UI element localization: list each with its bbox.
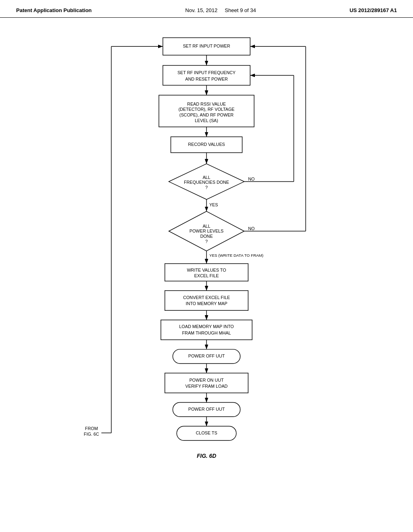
all-freq-label2: FREQUENCIES DONE: [184, 180, 229, 185]
all-power-label2: POWER LEVELS: [190, 229, 224, 233]
record-values-label: RECORD VALUES: [188, 142, 225, 147]
figure-label: FIG. 6D: [197, 453, 216, 459]
convert-excel-label2: INTO MEMORY MAP: [186, 301, 227, 306]
power-on-verify-label2: VERIFY FRAM LOAD: [186, 384, 228, 389]
power-on-verify-label1: POWER ON UUT: [189, 378, 224, 382]
all-power-label4: ?: [205, 239, 208, 244]
from-label: FROM: [85, 426, 98, 431]
convert-excel-box: [165, 291, 248, 310]
close-ts-label: CLOSE TS: [196, 430, 217, 435]
set-rf-power-label: SET RF INPUT POWER: [183, 44, 230, 48]
no-power-label: NO: [248, 226, 254, 231]
all-freq-label3: ?: [205, 185, 208, 190]
header-date: Nov. 15, 2012: [185, 7, 217, 13]
yes-freq-label: YES: [209, 202, 218, 207]
set-rf-freq-box: [163, 65, 250, 85]
convert-excel-label1: CONVERT EXCEL FILE: [183, 295, 230, 300]
load-memory-label2: FRAM THROUGH MHAL: [182, 330, 231, 335]
yes-power-label: YES (WRITE DATA TO FRAM): [209, 253, 263, 258]
write-excel-box: [165, 264, 248, 281]
diagram-container: FROM FIG. 6C SET RF INPUT POWER SET RF I…: [0, 18, 413, 526]
header-publication: Patent Application Publication: [16, 7, 92, 13]
header-sheet: Sheet 9 of 34: [225, 7, 256, 13]
read-rssi-label2: (DETECTOR), RF VOLTAGE: [178, 107, 234, 112]
header-date-sheet: Nov. 15, 2012 Sheet 9 of 34: [185, 7, 256, 13]
read-rssi-label3: (SCOPE), AND RF POWER: [179, 112, 234, 117]
all-power-label3: DONE: [200, 234, 213, 239]
power-off-1-label: POWER OFF UUT: [188, 353, 225, 358]
power-off-2-label: POWER OFF UUT: [188, 407, 225, 411]
write-excel-label1: WRITE VALUES TO: [187, 268, 226, 272]
no-freq-label: NO: [248, 177, 254, 181]
all-power-label1: ALL: [202, 224, 210, 229]
power-on-verify-box: [165, 373, 248, 393]
write-excel-label2: EXCEL FILE: [194, 273, 219, 278]
from-fig-label: FIG. 6C: [84, 432, 99, 436]
page-header: Patent Application Publication Nov. 15, …: [0, 0, 413, 18]
set-rf-freq-label2: AND RESET POWER: [185, 77, 228, 81]
set-rf-freq-label1: SET RF INPUT FREQUENCY: [177, 70, 236, 75]
read-rssi-label1: READ RSSI VALUE: [187, 102, 226, 106]
load-memory-box: [161, 320, 252, 340]
load-memory-label1: LOAD MEMORY MAP INTO: [179, 324, 234, 329]
read-rssi-label4: LEVEL (SA): [195, 118, 218, 123]
flowchart-svg: FROM FIG. 6C SET RF INPUT POWER SET RF I…: [65, 26, 348, 509]
header-patent-number: US 2012/289167 A1: [350, 7, 397, 13]
all-freq-label1: ALL: [202, 175, 210, 180]
